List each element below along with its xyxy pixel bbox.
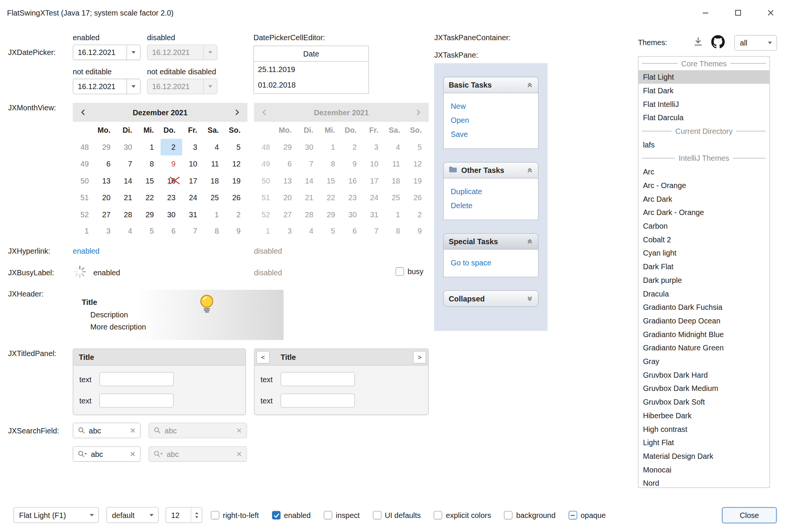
table-column-header[interactable]: Date (254, 46, 368, 62)
taskpane-header[interactable]: Other Tasks (443, 162, 538, 179)
font-combobox[interactable]: default (106, 507, 159, 523)
theme-list-item[interactable]: Gruvbox Dark Soft (638, 395, 769, 409)
calendar-day[interactable]: 28 (117, 206, 139, 223)
theme-list-item[interactable]: Arc (638, 165, 769, 179)
spinner-buttons[interactable] (191, 507, 202, 523)
checkbox-box[interactable] (434, 511, 442, 519)
spinner-up-icon[interactable] (195, 512, 198, 514)
busy-checkbox[interactable]: busy (395, 267, 423, 276)
text-field[interactable] (99, 372, 174, 386)
calendar-day[interactable]: 19 (225, 172, 247, 189)
checkbox-background[interactable]: background (504, 511, 555, 519)
task-link[interactable]: Open (451, 113, 534, 127)
taskpane-header[interactable]: Collapsed (443, 290, 538, 307)
clear-icon[interactable] (130, 451, 136, 457)
calendar-day[interactable]: 4 (117, 223, 139, 239)
font-size-spinner[interactable]: 12 (165, 507, 202, 523)
theme-list-item[interactable]: Flat Dark (638, 84, 769, 97)
theme-list-item[interactable]: Cobalt 2 (638, 233, 769, 246)
calendar-day[interactable]: 1 (139, 139, 161, 155)
text-field[interactable] (280, 394, 355, 408)
checkbox-explicit-colors[interactable]: explicit colors (434, 511, 491, 519)
themes-filter-combobox[interactable]: all (734, 35, 777, 51)
theme-list-item[interactable]: Gruvbox Dark Medium (638, 381, 769, 395)
checkbox-right-to-left[interactable]: right-to-left (211, 511, 259, 519)
collapse-icon[interactable] (527, 167, 533, 173)
minimize-button[interactable] (689, 0, 722, 25)
checkbox-box[interactable] (324, 511, 332, 519)
calendar-day[interactable]: 26 (225, 189, 247, 206)
calendar-day[interactable]: 17 (182, 172, 204, 189)
next-button[interactable]: > (413, 351, 426, 363)
theme-list-item[interactable]: Gradianto Deep Ocean (638, 314, 769, 328)
calendar-day[interactable]: 21 (117, 189, 139, 206)
theme-list-item[interactable]: Arc - Orange (638, 179, 769, 192)
checkbox-box[interactable] (211, 511, 219, 519)
collapse-icon[interactable] (527, 238, 533, 245)
expand-icon[interactable] (527, 295, 533, 302)
datepicker-not-editable[interactable]: 16.12.2021 (73, 79, 141, 94)
theme-list-item[interactable]: High contrast (638, 422, 769, 436)
theme-list-item[interactable]: Carbon (638, 219, 769, 233)
table-row[interactable]: 01.02.2018 (254, 77, 368, 93)
theme-list-item[interactable]: lafs (638, 138, 769, 152)
theme-list-item[interactable]: Gray (638, 355, 769, 368)
theme-list-item[interactable]: Gradianto Dark Fuchsia (638, 300, 769, 314)
theme-list-item[interactable]: Monocai (638, 463, 769, 477)
calendar-day[interactable]: 12 (225, 155, 247, 172)
datepicker-dropdown-button[interactable] (126, 45, 140, 60)
theme-list-item[interactable]: Gradianto Midnight Blue (638, 327, 769, 341)
datepicker-enabled[interactable]: 16.12.2021 (73, 45, 141, 60)
calendar-day[interactable]: 13 (95, 172, 117, 189)
checkbox-box[interactable] (373, 511, 381, 519)
calendar-day[interactable]: 29 (95, 139, 117, 155)
calendar-day[interactable]: 29 (139, 206, 161, 223)
search-input[interactable]: abc (91, 450, 126, 458)
calendar-day[interactable]: 30 (117, 139, 139, 155)
spinner-down-icon[interactable] (195, 516, 198, 518)
github-button[interactable] (710, 34, 726, 49)
search-input[interactable]: abc (89, 426, 126, 435)
calendar-day[interactable]: 2 (225, 206, 247, 223)
calendar-day[interactable]: 18 (204, 172, 225, 189)
close-window-button[interactable] (754, 0, 787, 25)
calendar-day[interactable]: 15 (139, 172, 161, 189)
theme-list-item[interactable]: Arc Dark (638, 192, 769, 206)
checkbox-box[interactable] (395, 267, 404, 276)
next-month-button[interactable] (229, 105, 244, 120)
search-field-with-menu[interactable]: abc (73, 446, 141, 462)
calendar-day[interactable]: 30 (161, 206, 182, 223)
calendar-day[interactable]: 22 (139, 189, 161, 206)
calendar-day[interactable]: 31 (182, 206, 204, 223)
theme-list-item[interactable]: Dark Flat (638, 260, 769, 273)
theme-list-item[interactable]: Flat IntelliJ (638, 97, 769, 111)
search-field[interactable]: abc (73, 423, 141, 438)
checkbox-box[interactable] (504, 511, 512, 519)
laf-combobox[interactable]: Flat Light (F1) (14, 507, 99, 523)
theme-list-item[interactable]: Flat Darcula (638, 111, 769, 124)
task-link[interactable]: Duplicate (451, 185, 534, 199)
task-link[interactable]: New (451, 99, 534, 113)
calendar-day[interactable]: 11 (204, 155, 225, 172)
theme-list-item[interactable]: Nord (638, 476, 769, 488)
calendar-day[interactable]: 5 (225, 139, 247, 155)
calendar-day[interactable]: 8 (139, 155, 161, 172)
checkbox-ui-defaults[interactable]: UI defaults (373, 511, 421, 519)
clear-icon[interactable] (130, 428, 136, 433)
theme-list-item[interactable]: Arc Dark - Orange (638, 206, 769, 219)
theme-list-item[interactable]: Dracula (638, 287, 769, 300)
maximize-button[interactable] (722, 0, 754, 25)
calendar-day[interactable]: 3 (95, 223, 117, 239)
prev-button[interactable]: < (257, 351, 269, 363)
theme-list-item[interactable]: Gruvbox Dark Hard (638, 368, 769, 382)
task-link[interactable]: Delete (451, 199, 534, 213)
datepicker-value[interactable]: 16.12.2021 (73, 48, 126, 56)
hyperlink-enabled[interactable]: enabled (73, 247, 100, 255)
theme-list-item[interactable]: Hiberbee Dark (638, 409, 769, 422)
theme-list-item[interactable]: Cyan light (638, 246, 769, 260)
search-menu-icon[interactable] (78, 450, 87, 458)
task-link[interactable]: Save (451, 127, 534, 141)
checkbox-inspect[interactable]: inspect (324, 511, 360, 519)
task-link[interactable]: Go to space (451, 256, 534, 270)
calendar-day[interactable]: 7 (182, 223, 204, 239)
